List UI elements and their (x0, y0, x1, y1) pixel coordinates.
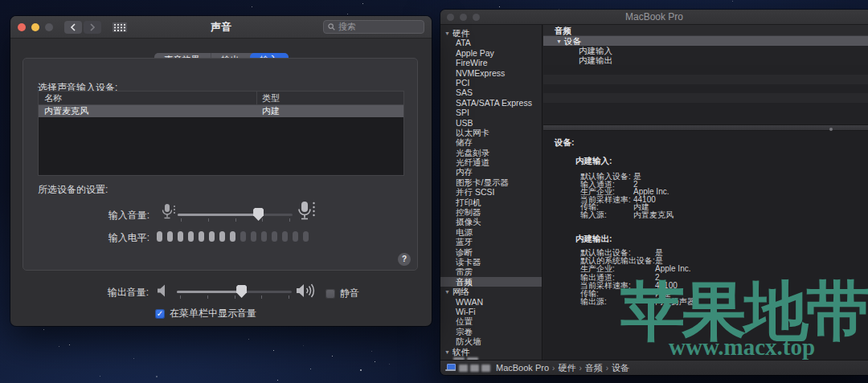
device-group-row[interactable]: ▼设备 (543, 36, 868, 46)
sidebar-item-控制器[interactable]: 控制器 (440, 207, 542, 217)
sidebar-item-SAS[interactable]: SAS (440, 88, 542, 97)
menubar-volume-label: 在菜单栏中显示音量 (170, 307, 256, 320)
help-button[interactable]: ? (398, 253, 411, 266)
sidebar-item-SPI[interactable]: SPI (440, 108, 542, 117)
mute-checkbox[interactable] (326, 289, 335, 299)
star (371, 351, 372, 352)
breadcrumb-item[interactable]: 硬件 (558, 363, 575, 373)
sidebar-section-软件[interactable]: ▼软件 (440, 347, 542, 357)
pane-splitter[interactable] (543, 124, 868, 131)
device-row-内建输入[interactable]: 内建输入 (543, 46, 868, 55)
input-device-table: 名称 类型 内置麦克风 内建 (38, 91, 404, 176)
sidebar-item-PCI[interactable]: PCI (440, 78, 542, 88)
back-button[interactable] (64, 21, 82, 34)
star (362, 3, 363, 4)
sidebar-item-音频[interactable]: 音频 (440, 277, 542, 287)
minimize-button[interactable] (460, 14, 467, 21)
slider-thumb[interactable] (236, 285, 247, 298)
sidebar-item-并行 SCSI[interactable]: 并行 SCSI (440, 187, 542, 197)
sidebar-item-Apple Pay[interactable]: Apple Pay (440, 48, 542, 58)
star (69, 344, 70, 345)
details-heading: 设备: (555, 137, 575, 149)
splitter-grip-icon (829, 128, 833, 131)
search-input[interactable]: 搜索 (323, 20, 424, 34)
sysinfo-statusbar: MacBook Pro›硬件›音频›设备 (440, 360, 868, 375)
disclosure-triangle-icon[interactable]: ▼ (556, 37, 562, 47)
breadcrumb-separator: › (579, 364, 581, 373)
menubar-volume-checkbox[interactable]: ✓ (155, 309, 165, 319)
sidebar-item-光纤通道[interactable]: 光纤通道 (440, 157, 542, 167)
disclosure-triangle-icon[interactable]: ▼ (444, 287, 450, 296)
traffic-lights-inactive (447, 14, 480, 21)
sidebar-item-光盘刻录[interactable]: 光盘刻录 (440, 148, 542, 157)
level-segment (178, 231, 183, 242)
level-segment (157, 231, 162, 242)
close-button[interactable] (447, 14, 454, 21)
input-volume-label: 输入音量: (23, 209, 149, 222)
column-type[interactable]: 类型 (256, 92, 280, 104)
sidebar-item-以太网卡[interactable]: 以太网卡 (440, 128, 542, 137)
mic-high-icon (297, 201, 317, 225)
input-volume-slider[interactable] (178, 208, 293, 221)
device-list-header[interactable]: 音频 (543, 25, 868, 36)
star (332, 356, 333, 357)
chevron-left-icon (70, 23, 76, 31)
window-title: MacBook Pro (440, 11, 868, 22)
star (100, 376, 100, 377)
device-name-cell: 内置麦克风 (39, 105, 256, 117)
sidebar-item-位置[interactable]: 位置 (440, 316, 542, 326)
sidebar-item-宗卷[interactable]: 宗卷 (440, 327, 542, 336)
sidebar-item-电源[interactable]: 电源 (440, 227, 542, 237)
disclosure-triangle-icon[interactable]: ▼ (444, 29, 450, 38)
sidebar-section-硬件[interactable]: ▼硬件 (440, 28, 542, 38)
column-divider (256, 92, 257, 104)
sidebar-item-Wi-Fi[interactable]: Wi-Fi (440, 307, 542, 316)
breadcrumb-item[interactable]: 音频 (585, 363, 603, 373)
star (273, 350, 274, 351)
zoom-button[interactable] (473, 14, 480, 21)
sidebar-item-读卡器[interactable]: 读卡器 (440, 257, 542, 267)
output-volume-slider[interactable] (177, 285, 292, 298)
sidebar-item-NVMExpress[interactable]: NVMExpress (440, 68, 542, 78)
sidebar-item-蓝牙[interactable]: 蓝牙 (440, 237, 542, 247)
level-segment (219, 231, 225, 242)
sidebar-item-打印机[interactable]: 打印机 (440, 198, 542, 207)
detail-value: Apple Inc. (655, 265, 690, 273)
breadcrumb[interactable]: MacBook Pro›硬件›音频›设备 (496, 362, 629, 374)
column-name[interactable]: 名称 (39, 92, 256, 104)
sidebar-item-ATA[interactable]: ATA (440, 38, 542, 47)
breadcrumb-item[interactable]: MacBook Pro (496, 363, 549, 373)
level-segment (167, 231, 173, 242)
sidebar-item-图形卡/显示器[interactable]: 图形卡/显示器 (440, 177, 542, 187)
breadcrumb-item[interactable]: 设备 (612, 363, 629, 373)
sidebar-item-FireWire[interactable]: FireWire (440, 58, 542, 67)
empty-list-row (543, 93, 868, 103)
star (375, 361, 375, 362)
sidebar-item-防火墙[interactable]: 防火墙 (440, 336, 542, 346)
sound-preferences-window: 声音 搜索 声音效果 输出 输入 选择声音输入设备: 名称 类型 内置麦克风 内… (10, 16, 432, 326)
empty-list-row (543, 84, 868, 94)
disclosure-triangle-icon[interactable]: ▼ (444, 348, 450, 357)
star (277, 380, 278, 381)
star (732, 1, 733, 2)
sidebar-item-储存[interactable]: 储存 (440, 137, 542, 147)
sidebar-section-网络[interactable]: ▼网络 (440, 287, 542, 296)
slider-fill (177, 291, 241, 293)
sidebar-item-摄像头[interactable]: 摄像头 (440, 217, 542, 226)
close-button[interactable] (18, 23, 26, 31)
sidebar-item-WWAN[interactable]: WWAN (440, 297, 542, 307)
sidebar-item-诊断[interactable]: 诊断 (440, 247, 542, 257)
slider-fill (178, 214, 258, 216)
sidebar-item-雷雳[interactable]: 雷雳 (440, 267, 542, 276)
star (156, 376, 158, 377)
table-row[interactable]: 内置麦克风 内建 (39, 105, 403, 117)
detail-value: 内置麦克风 (633, 211, 674, 219)
device-row-内建输出[interactable]: 内建输出 (543, 55, 868, 65)
sidebar-item-SATA/SATA Express[interactable]: SATA/SATA Express (440, 98, 542, 108)
star (347, 14, 348, 14)
sidebar-item-内存[interactable]: 内存 (440, 167, 542, 177)
sidebar-item-USB[interactable]: USB (440, 118, 542, 128)
forward-button[interactable] (84, 21, 101, 34)
show-all-grid-button[interactable] (109, 21, 130, 34)
minimize-button[interactable] (31, 23, 39, 31)
